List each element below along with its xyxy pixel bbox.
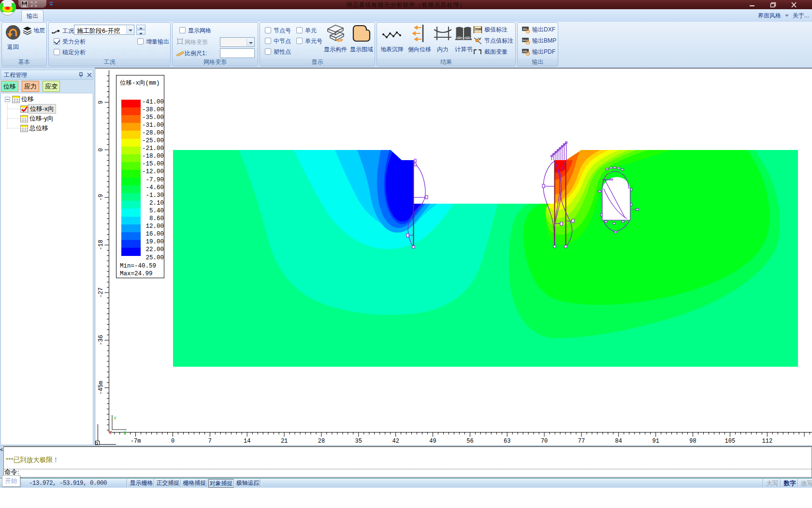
tab-output[interactable]: 输出 [21,10,44,22]
combobox-dropdown-icon[interactable] [126,26,133,34]
element-number-checkbox[interactable] [296,38,303,44]
group-label-result: 结果 [377,59,515,66]
report-book-icon [455,24,472,43]
svg-text:91: 91 [652,438,659,445]
statusbar-separator [798,479,798,487]
legend-band [121,193,141,201]
svg-text:-27: -27 [98,287,104,298]
panel-close-icon[interactable] [87,73,92,77]
node-number-checkbox[interactable] [265,27,271,33]
category-tab-strain[interactable]: 应变 [43,81,60,92]
start-button[interactable]: 开始 [2,475,20,487]
lateral-displacement-button[interactable]: 侧向位移 [407,24,432,57]
svg-text:84: 84 [615,438,622,445]
legend-value: -41.00 [141,99,164,105]
max-label-icon: max [473,26,482,34]
statusbar-separator [207,479,207,487]
drawing-canvas[interactable]: 90-9-18-27-36-45m-7m07142128354249566370… [95,68,812,445]
legend-box: 位移-x向(mm) -41.00-38.00-35.00-31.00-28.00… [116,75,164,278]
ui-style-menu[interactable]: 界面风格 [758,12,781,20]
back-button[interactable]: 返回 [5,25,21,51]
tree-item-label[interactable]: 位移-y向 [28,114,55,123]
svg-text:9: 9 [98,101,104,104]
pin-icon[interactable] [78,72,84,78]
incremental-output-checkbox[interactable] [137,38,144,45]
svg-text:49: 49 [429,438,436,445]
extreme-value-label-button[interactable]: max 极值标注 [473,26,508,34]
dxf-icon: dxf [522,26,530,33]
maximize-button[interactable] [766,1,780,8]
splitter-collapse-icon[interactable]: < [0,447,3,466]
region-icon [352,24,371,43]
tree-item-1[interactable]: 位移-y向 [20,114,55,123]
command-window[interactable]: ***已到放大极限！ 命令: [3,446,812,478]
statusbar-separator [763,479,763,487]
toggle-0[interactable]: 大写 [764,479,781,488]
minimize-button[interactable] [745,1,759,8]
legend-band [121,240,141,248]
ribbon-group-output: dxf 输出DXF bmp 输出BMP pdf 输出PDF [517,22,558,66]
tree-root-displacement[interactable]: 位移 [5,95,35,104]
snap-button-1[interactable]: 正交捕捉 [155,479,181,488]
tree-item-0[interactable]: 位移-x向 [20,105,56,113]
section-variable-button[interactable]: 截面变量 [473,48,508,56]
contour-plot: 90-9-18-27-36-45m-7m07142128354249566370… [95,68,812,445]
show-mesh-checkbox[interactable] [179,27,186,33]
scale-input[interactable] [220,48,255,58]
command-area: < ***已到放大极限！ 命令: [0,445,812,478]
plastic-point-checkbox[interactable] [265,48,271,55]
layers-button[interactable]: 地层 [23,27,45,35]
surface-settlement-button[interactable]: 地表沉降 [378,24,406,57]
coordinate-readout: -13.972, -53.919, 0.000 [29,480,130,487]
svg-text:21: 21 [281,438,288,445]
spinner-down-button[interactable] [136,30,145,35]
force-analysis-checkbox[interactable] [54,38,60,45]
ribbon-group-display: 节点号 中节点 塑性点 单元 单元号 显示构件 [260,22,375,66]
tree-collapse-icon[interactable] [5,97,10,102]
move-arrows-icon[interactable] [30,1,37,7]
snap-button-0[interactable]: 显示栅格 [129,479,154,488]
legend-value: 5.40 [141,208,164,214]
show-region-button[interactable]: 显示围域 [348,24,375,57]
snap-button-2[interactable]: 栅格捕捉 [182,479,207,488]
stability-analysis-checkbox[interactable] [54,49,60,55]
spinner-up-button[interactable] [136,25,145,30]
group-label-output: 输出 [518,59,558,66]
back-icon [5,25,21,40]
internal-force-icon [433,24,452,43]
category-tabs: 位移应力应变 [0,81,60,92]
stage-spinner[interactable] [136,25,145,35]
show-member-button[interactable]: 显示构件 [322,24,349,57]
category-tab-stress[interactable]: 应力 [22,81,39,92]
export-bmp-button[interactable]: bmp 输出BMP [522,37,556,45]
legend-band [121,232,141,240]
tree-root-label[interactable]: 位移 [20,95,35,104]
tree-item-2[interactable]: 总位移 [20,124,50,133]
export-dxf-button[interactable]: dxf 输出DXF [522,26,555,34]
qat-dropdown-icon[interactable] [49,1,54,6]
mesh-deform-dropdown-icon[interactable] [246,38,254,46]
element-checkbox[interactable] [296,27,303,33]
snap-button-3[interactable]: 对象捕捉 [208,479,234,488]
toggle-1[interactable]: 数字 [782,479,798,488]
mid-node-checkbox[interactable] [265,38,271,44]
category-tab-displacement[interactable]: 位移 [1,81,18,92]
tree-item-label[interactable]: 位移-x向 [28,104,56,114]
close-button[interactable] [786,1,801,8]
about-menu[interactable]: 关于... [793,12,809,20]
legend-band [121,154,141,163]
legend-value: -25.00 [141,137,164,144]
toggle-2[interactable]: 改写 [799,479,812,488]
snap-button-4[interactable]: 极轴追踪 [235,479,261,488]
ui-style-dropdown-icon[interactable] [785,15,789,17]
legend-band [121,170,141,178]
tree-item-label[interactable]: 总位移 [28,124,50,133]
calc-report-button[interactable]: 计算书 [452,24,475,57]
mesh-deform-combobox[interactable] [220,37,255,47]
save-icon[interactable] [21,1,28,7]
node-value-label-button[interactable]: 节点值标注 [473,37,513,45]
internal-force-button[interactable]: 内力 [432,24,453,57]
legend-value: -15.00 [141,161,164,167]
export-pdf-button[interactable]: pdf 输出PDF [522,48,555,56]
construction-stage-combobox[interactable]: 施工阶段6-开挖 [74,25,134,35]
